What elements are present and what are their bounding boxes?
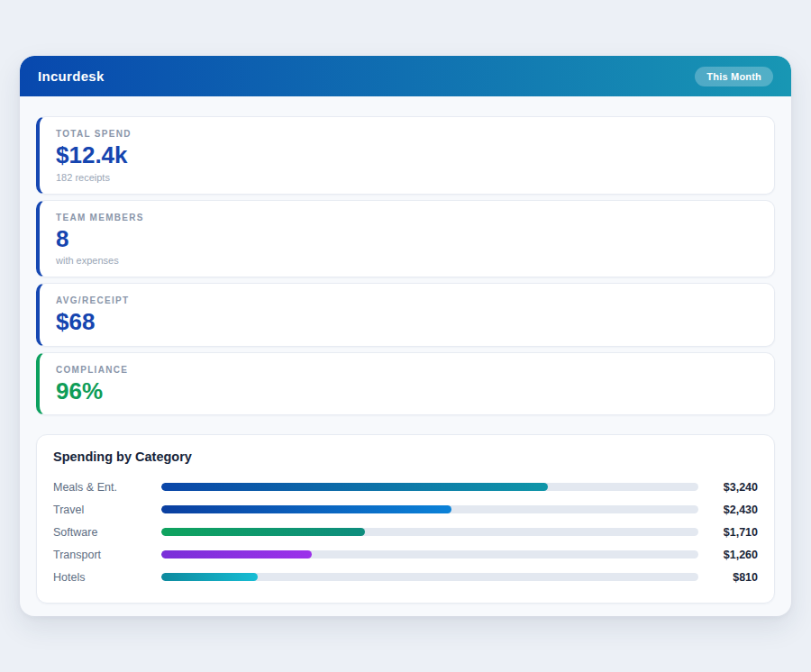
category-bar-track — [161, 550, 698, 558]
page-background: { "header": { "title": "Incurdesk", "bad… — [0, 0, 811, 672]
category-bar-fill — [161, 528, 365, 536]
stat-label: TEAM MEMBERS — [56, 213, 758, 222]
panel-title: Spending by Category — [53, 450, 758, 464]
stat-value: $12.4k — [56, 142, 758, 168]
category-row: Software $1,710 — [53, 521, 758, 543]
stat-card-compliance: COMPLIANCE 96% — [36, 352, 775, 416]
category-bar-track — [161, 528, 698, 536]
category-label: Travel — [53, 504, 161, 516]
stat-label: COMPLIANCE — [56, 365, 758, 375]
spending-by-category-panel: Spending by Category Meals & Ent. $3,240… — [36, 434, 775, 604]
category-label: Meals & Ent. — [53, 481, 161, 494]
period-badge[interactable]: This Month — [695, 67, 773, 86]
category-row: Travel $2,430 — [53, 498, 758, 521]
category-label: Software — [53, 526, 161, 539]
stat-card-total-spend: TOTAL SPEND $12.4k 182 receipts — [36, 116, 775, 195]
category-bar-fill — [161, 483, 548, 491]
category-bar-fill — [161, 550, 312, 558]
category-bar-track — [161, 483, 698, 491]
category-row: Meals & Ent. $3,240 — [53, 476, 758, 498]
category-bar-track — [161, 573, 698, 581]
stat-label: AVG/RECEIPT — [56, 295, 758, 305]
stat-subtext: with expenses — [56, 255, 758, 266]
stat-subtext: 182 receipts — [56, 172, 758, 183]
stat-value: 8 — [56, 226, 758, 252]
category-value: $810 — [698, 571, 758, 584]
dashboard-card: Incurdesk This Month TOTAL SPEND $12.4k … — [20, 56, 791, 616]
category-value: $3,240 — [698, 481, 758, 494]
stat-value: 96% — [56, 378, 758, 404]
category-bar-fill — [161, 573, 258, 581]
category-row: Hotels $810 — [53, 566, 758, 588]
category-row: Transport $1,260 — [53, 543, 758, 566]
category-value: $2,430 — [698, 504, 758, 516]
category-bar-track — [161, 505, 698, 513]
stat-label: TOTAL SPEND — [56, 129, 758, 139]
stat-value: $68 — [56, 309, 758, 335]
category-label: Transport — [53, 549, 161, 561]
category-label: Hotels — [53, 571, 161, 584]
category-bar-fill — [161, 505, 451, 513]
category-value: $1,710 — [698, 526, 758, 539]
dashboard-body: TOTAL SPEND $12.4k 182 receipts TEAM MEM… — [20, 96, 791, 604]
app-header: Incurdesk This Month — [20, 56, 791, 96]
stat-card-avg-receipt: AVG/RECEIPT $68 — [36, 283, 775, 347]
stat-card-team-members: TEAM MEMBERS 8 with expenses — [36, 200, 775, 278]
category-value: $1,260 — [698, 549, 758, 561]
app-title: Incurdesk — [38, 68, 105, 84]
